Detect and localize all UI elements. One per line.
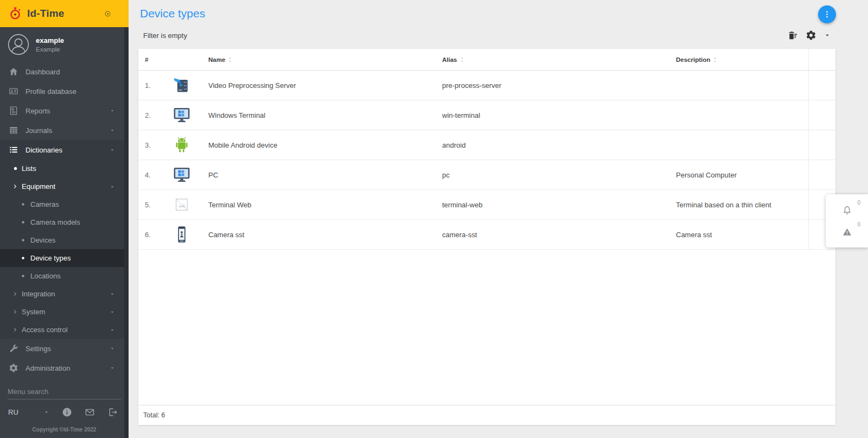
column-header-actions: [808, 49, 835, 70]
column-header-num[interactable]: #: [138, 49, 163, 70]
column-label: Alias: [442, 56, 457, 63]
device-name: Camera sst: [201, 220, 435, 249]
app-header: Id-Time: [0, 0, 129, 27]
logout-icon[interactable]: [107, 407, 118, 417]
menu-search-input[interactable]: [8, 385, 121, 399]
notifications-bell-button[interactable]: 0: [826, 199, 868, 221]
column-header-description[interactable]: Description: [668, 49, 808, 70]
caret-up-icon: [109, 183, 116, 190]
user-block[interactable]: example Example: [0, 27, 129, 62]
bullet-icon: [20, 219, 26, 225]
sidebar-item-camera-models[interactable]: Camera models: [0, 213, 124, 231]
row-number: 3.: [138, 130, 163, 160]
row-number: 5.: [138, 190, 163, 219]
caret-up-icon: [109, 147, 116, 153]
bullet-icon: [20, 201, 26, 207]
warning-icon: [842, 227, 852, 237]
sidebar-item-reports[interactable]: Reports: [0, 101, 124, 120]
collapse-panel-caret-icon[interactable]: [824, 31, 831, 39]
device-alias: terminal-web: [435, 190, 668, 219]
table-row[interactable]: 5.Terminal Webterminal-webTerminal based…: [138, 190, 835, 220]
sidebar-item-label: Profile database: [25, 87, 76, 96]
row-icon-cell: [163, 71, 201, 100]
sidebar-item-label: System: [22, 308, 45, 316]
sidebar-item-lists[interactable]: Lists: [0, 160, 124, 177]
row-actions-cell: [808, 71, 835, 100]
warning-count: 0: [857, 221, 860, 227]
device-description: [668, 130, 808, 160]
sidebar-item-label: Camera models: [30, 218, 80, 226]
sidebar-item-equipment[interactable]: Equipment: [0, 177, 124, 195]
sidebar-item-locations[interactable]: Locations: [0, 267, 124, 285]
table-header: # Name Alias Description: [138, 49, 835, 71]
sidebar-item-profile-database[interactable]: Profile database: [0, 81, 124, 101]
device-name: Mobile Android device: [201, 130, 435, 160]
table-row[interactable]: 2.Windows Terminalwin-terminal: [138, 100, 835, 130]
sidebar-item-system[interactable]: System: [0, 303, 124, 321]
caret-down-icon: [109, 309, 116, 315]
table-row[interactable]: 3.Mobile Android deviceandroid: [138, 130, 835, 160]
sidebar-item-cameras[interactable]: Cameras: [0, 195, 124, 213]
copyright: Copyright ©Id-Time 2022: [0, 422, 129, 438]
app-title: Id-Time: [27, 8, 65, 20]
bullet-icon: [20, 255, 26, 261]
sidebar-item-label: Devices: [30, 236, 55, 244]
row-actions-cell: [808, 130, 835, 160]
row-icon-cell: [163, 220, 201, 249]
table-body: 1.Video Preprocessing Serverpre-process-…: [138, 71, 835, 250]
caret-down-icon: [109, 327, 116, 333]
table-settings-gear-icon[interactable]: [806, 30, 816, 41]
android-robot-icon: [172, 135, 192, 155]
chevron-right-icon: [12, 290, 19, 297]
column-label: Description: [676, 56, 710, 63]
device-alias: pre-process-server: [435, 71, 668, 100]
sidebar-item-label: Dashboard: [25, 68, 60, 76]
bullet-icon: [20, 273, 26, 279]
notifications-warning-button[interactable]: 0: [826, 221, 868, 243]
sidebar-item-device-types[interactable]: Device types: [0, 249, 124, 267]
sidebar-item-access-control[interactable]: Access control: [0, 321, 124, 339]
actions-menu-button[interactable]: [818, 5, 836, 23]
id-card-icon: [9, 86, 18, 96]
device-types-table: # Name Alias Description 1.Video Preproc…: [138, 49, 835, 425]
sidebar-item-administration[interactable]: Administration: [0, 358, 124, 378]
device-alias: win-terminal: [435, 100, 668, 130]
table-row[interactable]: 4.PCpcPersonal Computer: [138, 160, 835, 190]
row-actions-cell: [808, 100, 835, 130]
device-alias: android: [435, 130, 668, 160]
row-icon-cell: [163, 130, 201, 160]
device-description: Personal Computer: [668, 160, 808, 189]
sidebar-item-dashboard[interactable]: Dashboard: [0, 62, 124, 81]
table-row[interactable]: 1.Video Preprocessing Serverpre-process-…: [138, 71, 835, 100]
bullet-icon: [12, 165, 19, 172]
record-toggle-icon[interactable]: [104, 10, 112, 18]
sidebar-item-label: Device types: [30, 254, 71, 262]
caret-down-icon: [109, 365, 116, 371]
sidebar-item-settings[interactable]: Settings: [0, 339, 124, 358]
sidebar-item-integration[interactable]: Integration: [0, 285, 124, 303]
sidebar-item-label: Reports: [25, 107, 50, 115]
caret-down-icon: [109, 345, 116, 352]
sidebar-item-label: Locations: [30, 272, 61, 280]
sidebar-item-journals[interactable]: Journals: [0, 120, 124, 140]
clear-filter-icon[interactable]: [787, 30, 797, 41]
info-icon[interactable]: [62, 407, 72, 417]
column-header-name[interactable]: Name: [201, 49, 435, 70]
sidebar-item-label: Lists: [22, 164, 36, 173]
grid-icon: [9, 125, 18, 135]
caret-down-icon: [43, 409, 49, 415]
menu-search-wrap: [0, 382, 129, 402]
language-selector[interactable]: RU: [8, 408, 49, 416]
device-description: [668, 71, 808, 100]
mail-icon[interactable]: [85, 407, 95, 417]
caret-down-icon: [109, 291, 116, 297]
sidebar-item-dictionaries[interactable]: Dictionaries: [0, 140, 124, 160]
main-content: Device types Filter is empty # Name Alia…: [129, 0, 868, 438]
column-header-alias[interactable]: Alias: [435, 49, 668, 70]
monitor-windows-icon: [172, 105, 192, 125]
table-footer: Total: 6: [138, 405, 835, 425]
sidebar-item-devices[interactable]: Devices: [0, 231, 124, 249]
table-row[interactable]: 6.Camera sstcamera-sstCamera sst: [138, 220, 835, 250]
home-icon: [9, 67, 18, 77]
sidebar-scrollbar[interactable]: [124, 27, 129, 438]
